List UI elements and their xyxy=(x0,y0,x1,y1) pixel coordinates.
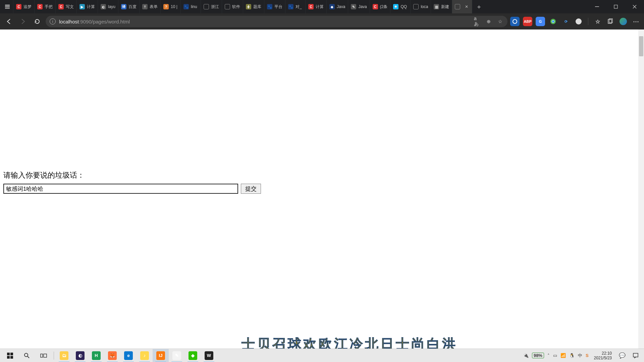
taskbar-app-file-explorer[interactable]: 🗂 xyxy=(56,349,72,362)
taskbar-app-firefox[interactable]: 🦊 xyxy=(104,349,120,362)
tab-title: 手把 xyxy=(45,4,53,10)
search-button[interactable] xyxy=(19,349,35,362)
tray-sogou-icon[interactable]: S xyxy=(586,353,589,358)
tab-16[interactable]: ✎Java xyxy=(348,0,370,13)
tab-15[interactable]: ◆Java xyxy=(327,0,348,13)
page-body: 请输入你要说的垃圾话： 提交 xyxy=(3,170,261,194)
taskbar-app-intellij[interactable]: IJ xyxy=(153,349,169,362)
taskbar-app-hbuilder[interactable]: H xyxy=(88,349,104,362)
favicon: ⇡ xyxy=(142,4,148,9)
minimize-button[interactable] xyxy=(588,0,606,13)
start-button[interactable] xyxy=(2,349,18,362)
tray-qq-icon[interactable]: 🐧 xyxy=(569,353,575,358)
wps-icon: W xyxy=(205,351,213,360)
ext-chrome[interactable] xyxy=(548,17,558,26)
favorites-button[interactable]: ☆ xyxy=(593,17,602,26)
tab-3[interactable]: ▶计算 xyxy=(77,0,98,13)
ext-google-translate[interactable]: G xyxy=(536,17,545,26)
tab-12[interactable]: 🐾平台 xyxy=(264,0,285,13)
maximize-button[interactable] xyxy=(606,0,625,13)
tab-9[interactable]: 浙江 xyxy=(201,0,222,13)
ext-tampermonkey[interactable] xyxy=(510,17,520,26)
taskbar-app-wechat[interactable]: ◆ xyxy=(185,349,201,362)
taskbar-app-notes[interactable]: ✎ xyxy=(169,349,185,362)
address-bar[interactable]: i localhost:9090/pages/word.html aあ ⊕ ☆ xyxy=(46,16,507,27)
tab-10[interactable]: 软件 xyxy=(222,0,243,13)
tab-7[interactable]: ?10 | xyxy=(161,0,181,13)
back-button[interactable] xyxy=(3,16,15,27)
forward-button[interactable] xyxy=(17,16,29,27)
chrome-icon xyxy=(550,18,556,24)
reload-button[interactable] xyxy=(32,16,43,27)
taskbar-app-edge[interactable]: e xyxy=(120,349,137,362)
favicon: ◐ xyxy=(101,4,106,9)
tab-14[interactable]: C计算 xyxy=(306,0,327,13)
tab-title: 对_ xyxy=(296,4,302,10)
system-tray: 🔌 98% ˄ ▭ 📶 🐧 中 S xyxy=(523,353,589,359)
music-icon: ♪ xyxy=(140,351,149,360)
tab-2[interactable]: C写文 xyxy=(56,0,77,13)
favicon: 🐾 xyxy=(267,4,272,9)
tab-6[interactable]: ⇡表单 xyxy=(140,0,161,13)
svg-point-15 xyxy=(24,353,28,357)
swirl-icon xyxy=(512,19,518,24)
tab-close-icon[interactable]: ✕ xyxy=(464,4,469,9)
tray-battery-icon[interactable]: ▭ xyxy=(553,353,557,358)
taskbar-app-eclipse[interactable]: ◐ xyxy=(72,349,88,362)
more-button[interactable]: ⋯ xyxy=(631,17,641,26)
hbuilder-icon: H xyxy=(92,351,101,360)
favorite-icon[interactable]: ☆ xyxy=(497,18,503,25)
svg-rect-0 xyxy=(5,5,10,6)
tab-8[interactable]: 🐾linu xyxy=(181,0,201,13)
taskbar-app-wps[interactable]: W xyxy=(201,349,217,362)
tab-17[interactable]: C(2条 xyxy=(370,0,391,13)
notifications-button[interactable] xyxy=(631,349,641,362)
svg-point-5 xyxy=(513,19,517,23)
word-input[interactable] xyxy=(3,184,238,194)
tray-comment-icon[interactable]: 💬 xyxy=(617,349,627,362)
collections-button[interactable] xyxy=(606,17,615,26)
translate-char-icon[interactable]: aあ xyxy=(474,18,481,25)
svg-rect-3 xyxy=(595,6,599,7)
circle-icon xyxy=(576,18,582,24)
tray-wifi-icon[interactable]: 📶 xyxy=(560,353,566,358)
tray-power-icon[interactable]: 🔌 xyxy=(523,353,529,358)
vertical-tabs-button[interactable] xyxy=(1,0,13,13)
vertical-scrollbar[interactable] xyxy=(638,29,644,349)
task-view-button[interactable] xyxy=(36,349,52,362)
taskbar-clock[interactable]: 22:10 2021/5/23 xyxy=(592,351,614,360)
tab-21[interactable]: ✕ xyxy=(452,0,472,13)
tab-4[interactable]: ◐layu xyxy=(98,0,118,13)
window-close-button[interactable] xyxy=(625,0,644,13)
tray-ime-icon[interactable]: 中 xyxy=(578,353,582,359)
forward-icon xyxy=(20,18,26,24)
clock-date: 2021/5/23 xyxy=(594,356,612,360)
tab-1[interactable]: C手把 xyxy=(35,0,56,13)
tray-chevron-up-icon[interactable]: ˄ xyxy=(547,353,550,358)
new-tab-button[interactable]: ＋ xyxy=(472,0,486,13)
zoom-icon[interactable]: ⊕ xyxy=(485,18,492,25)
profile-button[interactable] xyxy=(619,17,628,26)
scrollbar-thumb[interactable] xyxy=(639,36,643,56)
favicon: ⸎ xyxy=(246,4,251,9)
tab-11[interactable]: ⸎题库 xyxy=(243,0,264,13)
eclipse-icon: ◐ xyxy=(76,351,85,360)
notes-icon: ✎ xyxy=(172,351,181,360)
url-text: localhost:9090/pages/word.html xyxy=(59,19,130,24)
site-info-icon[interactable]: i xyxy=(50,18,56,24)
tab-19[interactable]: loca xyxy=(411,0,431,13)
ext-adblock[interactable]: ABP xyxy=(523,17,532,26)
svg-rect-19 xyxy=(633,353,638,357)
browser-chrome: C追梦C手把C写文▶计算◐layu译百度⇡表单?10 |🐾linu浙江软件⸎题库… xyxy=(0,0,644,29)
ext-sync[interactable]: ⟳ xyxy=(561,17,571,26)
tab-18[interactable]: ●QQ xyxy=(390,0,411,13)
tab-5[interactable]: 译百度 xyxy=(118,0,140,13)
tab-20[interactable]: ▥新建 xyxy=(431,0,452,13)
taskbar-app-music[interactable]: ♪ xyxy=(137,349,153,362)
submit-button[interactable]: 提交 xyxy=(241,184,261,194)
ext-avatar-small[interactable] xyxy=(574,17,583,26)
battery-indicator[interactable]: 98% xyxy=(532,353,544,358)
tab-0[interactable]: C追梦 xyxy=(13,0,35,13)
tab-13[interactable]: 🐾对_ xyxy=(285,0,306,13)
tab-title: 题库 xyxy=(253,4,261,10)
